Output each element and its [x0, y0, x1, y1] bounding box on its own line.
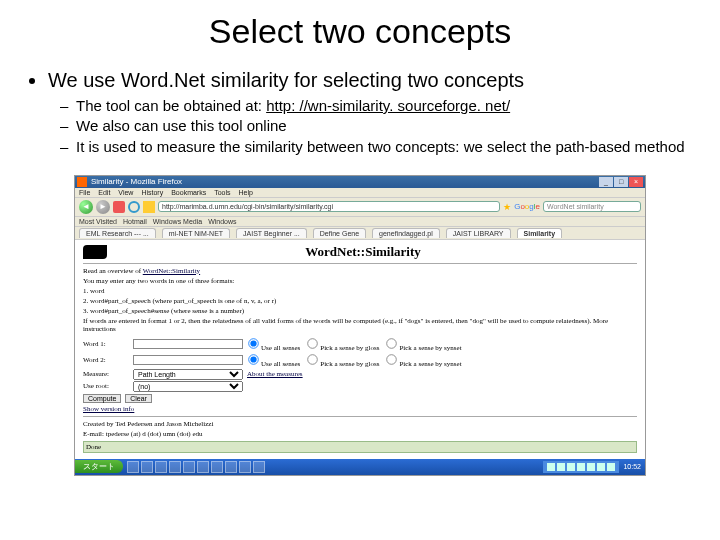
clear-button[interactable]: Clear [125, 394, 152, 403]
overview-line: Read an overview of WordNet::Similarity [83, 267, 637, 275]
label-word2: Word 2: [83, 356, 129, 364]
bullet-main: We use Word.Net similarity for selecting… [48, 69, 690, 157]
firefox-icon [77, 177, 87, 187]
sub-bullet-tool-link: The tool can be obtained at: http: //wn-… [76, 96, 690, 116]
w2-all-senses[interactable] [248, 354, 258, 364]
ql-icon[interactable] [183, 461, 195, 473]
menu-bar: File Edit View History Bookmarks Tools H… [75, 188, 645, 198]
tray-icon[interactable] [557, 463, 565, 471]
tab-6-active[interactable]: Similarity [517, 228, 563, 238]
browser-screenshot: Similarity - Mozilla Firefox _ □ × File … [74, 175, 646, 476]
menu-tools[interactable]: Tools [214, 189, 230, 196]
bm-windows-media[interactable]: Windows Media [153, 218, 202, 225]
intro-line: You may enter any two words in one of th… [83, 277, 637, 285]
menu-edit[interactable]: Edit [98, 189, 110, 196]
stop-button[interactable] [113, 201, 125, 213]
ql-icon[interactable] [141, 461, 153, 473]
clock: 10:52 [619, 463, 645, 470]
w1-all-senses[interactable] [248, 338, 258, 348]
input-word1[interactable] [133, 339, 243, 349]
w1-by-gloss[interactable] [308, 338, 318, 348]
w2-by-gloss[interactable] [308, 354, 318, 364]
tab-0[interactable]: EML Research --- ... [79, 228, 156, 238]
tray-icon[interactable] [577, 463, 585, 471]
ql-icon[interactable] [211, 461, 223, 473]
system-tray [543, 461, 619, 473]
bookmark-star-icon[interactable]: ★ [503, 202, 511, 212]
minimize-button[interactable]: _ [599, 177, 613, 187]
start-button[interactable]: スタート [75, 460, 123, 473]
bm-windows[interactable]: Windows [208, 218, 236, 225]
ql-icon[interactable] [253, 461, 265, 473]
overview-link[interactable]: WordNet::Similarity [143, 267, 200, 275]
format-2: 2. word#part_of_speech (where part_of_sp… [83, 297, 637, 305]
quick-launch [123, 461, 269, 473]
forward-button[interactable]: ► [96, 200, 110, 214]
slide-title: Select two concepts [30, 12, 690, 51]
tray-icon[interactable] [597, 463, 605, 471]
tray-icon[interactable] [567, 463, 575, 471]
window-titlebar: Similarity - Mozilla Firefox _ □ × [75, 176, 645, 188]
tab-3[interactable]: Define Gene [313, 228, 366, 238]
tab-2[interactable]: JAIST Beginner ... [236, 228, 307, 238]
page-heading: WordNet::Similarity [89, 244, 637, 260]
format-1: 1. word [83, 287, 637, 295]
menu-history[interactable]: History [141, 189, 163, 196]
label-word1: Word 1: [83, 340, 129, 348]
search-engine-icon: Google [514, 202, 540, 211]
tray-icon[interactable] [587, 463, 595, 471]
select-measure[interactable]: Path Length [133, 369, 243, 380]
statusbar: Done [83, 441, 637, 453]
tab-4[interactable]: genefindagged.pl [372, 228, 440, 238]
nav-toolbar: ◄ ► http://marimba.d.umn.edu/cgi-bin/sim… [75, 198, 645, 217]
close-button[interactable]: × [629, 177, 643, 187]
tab-bar: EML Research --- ... mi-NET NiM-NET JAIS… [75, 227, 645, 240]
menu-bookmarks[interactable]: Bookmarks [171, 189, 206, 196]
home-button[interactable] [143, 201, 155, 213]
windows-taskbar: スタート 10:52 [75, 459, 645, 475]
ql-icon[interactable] [225, 461, 237, 473]
page-content: WordNet::Similarity Read an overview of … [75, 240, 645, 459]
w1-by-synset[interactable] [387, 338, 397, 348]
search-box[interactable]: WordNet similarity [543, 201, 641, 212]
label-measure: Measure: [83, 370, 129, 378]
tray-icon[interactable] [607, 463, 615, 471]
ql-icon[interactable] [127, 461, 139, 473]
back-button[interactable]: ◄ [79, 200, 93, 214]
tab-5[interactable]: JAIST LIBRARY [446, 228, 511, 238]
menu-file[interactable]: File [79, 189, 90, 196]
email-line: E-mail: tpederse (at) d (dot) umn (dot) … [83, 430, 637, 438]
label-root: Use root: [83, 382, 129, 390]
sub-bullet-measure: It is used to measure the similarity bet… [76, 137, 690, 157]
window-title: Similarity - Mozilla Firefox [91, 177, 182, 186]
show-version-link[interactable]: Show version info [83, 405, 134, 413]
tab-1[interactable]: mi-NET NiM-NET [162, 228, 230, 238]
address-bar[interactable]: http://marimba.d.umn.edu/cgi-bin/similar… [158, 201, 500, 212]
sub-bullet-online: We also can use this tool online [76, 116, 690, 136]
ql-icon[interactable] [169, 461, 181, 473]
ql-icon[interactable] [239, 461, 251, 473]
bm-most-visited[interactable]: Most Visited [79, 218, 117, 225]
ql-icon[interactable] [197, 461, 209, 473]
bm-hotmail[interactable]: Hotmail [123, 218, 147, 225]
tray-icon[interactable] [547, 463, 555, 471]
maximize-button[interactable]: □ [614, 177, 628, 187]
reload-button[interactable] [128, 201, 140, 213]
wn-sim-link[interactable]: http: //wn-similarity. sourceforge. net/ [266, 97, 510, 114]
input-word2[interactable] [133, 355, 243, 365]
about-measures-link[interactable]: About the measures [247, 370, 303, 378]
bookmarks-bar: Most Visited Hotmail Windows Media Windo… [75, 217, 645, 227]
ql-icon[interactable] [155, 461, 167, 473]
note-line: If words are entered in format 1 or 2, t… [83, 317, 637, 333]
menu-help[interactable]: Help [239, 189, 253, 196]
compute-button[interactable]: Compute [83, 394, 121, 403]
credits-line: Created by Ted Pedersen and Jason Michel… [83, 420, 637, 428]
w2-by-synset[interactable] [387, 354, 397, 364]
select-root[interactable]: (no) [133, 381, 243, 392]
menu-view[interactable]: View [118, 189, 133, 196]
format-3: 3. word#part_of_speech#sense (where sens… [83, 307, 637, 315]
